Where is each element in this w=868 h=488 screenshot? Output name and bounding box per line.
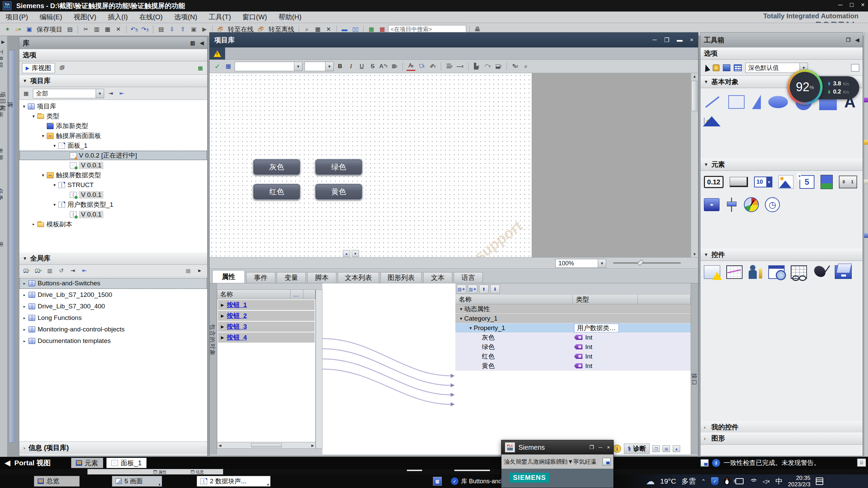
add-category-icon[interactable]: ▥✶ — [468, 285, 477, 293]
maximize-icon[interactable]: □ — [850, 1, 854, 8]
tab-texts[interactable]: 文本 — [423, 272, 452, 283]
volume-muted-icon[interactable]: ◁× — [763, 478, 770, 485]
export-icon[interactable]: ⇥ — [107, 89, 115, 98]
font-size-up-icon[interactable]: A⁺± — [379, 62, 388, 71]
print-icon[interactable]: ▤ — [65, 25, 75, 34]
global-library-item[interactable]: ▸Documentation templates — [19, 335, 207, 347]
panel1-editor-button[interactable]: 面板_1 — [106, 458, 146, 468]
graphic-view-tool-icon[interactable] — [704, 118, 705, 124]
taskbar-datablocks-button[interactable]: 2 数据块声... ▲ — [197, 476, 271, 487]
library-collapsed-tab[interactable]: 库 — [6, 102, 14, 108]
tree-item-selected[interactable]: V 0.0.2 [正在进行中] — [19, 150, 207, 160]
float-pane-icon[interactable]: ❐ — [652, 445, 660, 452]
editor-minimize-icon[interactable]: ─ — [653, 37, 657, 44]
line-style-icon[interactable]: ☰± — [445, 62, 454, 71]
tree-item-add-new-type[interactable]: 添加新类型 — [19, 121, 207, 131]
stamp-tool-icon[interactable] — [713, 64, 719, 71]
save-project-icon[interactable]: ▣ — [24, 25, 34, 34]
clock[interactable]: 20:35 2023/2/3 — [788, 475, 810, 488]
editor-float-icon[interactable]: ❐ — [664, 37, 669, 44]
editor-maximize-icon[interactable]: ▬ — [677, 37, 683, 44]
align-icon[interactable]: ≣± — [390, 62, 399, 71]
delete-icon[interactable]: ✕ — [114, 25, 123, 34]
discard-changes-icon[interactable]: ↺ — [57, 267, 65, 274]
gauge-tool-icon[interactable] — [744, 197, 759, 212]
edge-tab-layout[interactable]: 布局 — [0, 148, 4, 161]
filter-icon[interactable]: ▦ — [22, 89, 30, 98]
line-weight-icon[interactable]: —± — [456, 62, 465, 71]
import-library-icon[interactable]: ⇤ — [80, 267, 88, 274]
upload-icon[interactable]: ⇧ — [178, 25, 188, 34]
open-global-library-icon[interactable]: 🕮➜ — [34, 267, 42, 274]
edge-tab-tasks[interactable]: 任务 — [0, 188, 4, 201]
interface-tab[interactable]: 接口 — [690, 373, 698, 386]
filter-combo[interactable]: 全部 ▼ — [33, 89, 104, 98]
options-tool-icon[interactable] — [723, 64, 730, 71]
global-library-item[interactable]: ▸Drive_Lib_S7_1200_1500 — [19, 289, 207, 301]
menu-insert[interactable]: 插入(I) — [108, 13, 128, 22]
popup-restore-icon[interactable]: ❐ — [589, 444, 594, 450]
polyline-tool-icon[interactable] — [728, 95, 745, 109]
underline-icon[interactable]: U — [357, 62, 366, 71]
canvas-grid[interactable]: 灰色 绿色 红色 黄色 support — [210, 73, 532, 257]
tray-temperature[interactable]: 19°C — [660, 477, 676, 485]
trend-view-tool-icon[interactable] — [726, 265, 743, 279]
system-diagnostics-tool-icon[interactable] — [813, 265, 829, 279]
prop-row-red[interactable]: 红色Int — [455, 352, 691, 361]
tree-item[interactable]: ▼类型 — [19, 111, 207, 121]
prop-name-header[interactable]: 名称 — [455, 295, 573, 304]
tree-item[interactable]: ▸模板副本 — [19, 219, 207, 229]
align-objects-icon[interactable]: ⬓± — [494, 62, 503, 71]
tree-item[interactable]: ▼用户数据类型_1 — [19, 200, 207, 209]
redo-icon[interactable]: ↷± — [140, 25, 150, 34]
editor-canvas[interactable]: 灰色 绿色 红色 黄色 support ▲▼ — [210, 73, 698, 257]
font-family-combo[interactable]: ▼ — [235, 62, 302, 71]
object-row[interactable]: ▶按钮_4 — [218, 332, 315, 343]
tree-item[interactable]: ▼STRUCT — [19, 180, 207, 190]
tree-item[interactable]: ▼面板_1 — [19, 141, 207, 150]
weather-cloud-icon[interactable]: ☁ — [646, 476, 655, 487]
power-icon[interactable] — [735, 478, 744, 484]
menu-edit[interactable]: 编辑(E) — [40, 13, 62, 22]
menu-view[interactable]: 视图(V) — [74, 13, 96, 22]
slider-tool-icon[interactable] — [726, 198, 738, 212]
undo-icon[interactable]: ↶± — [130, 25, 139, 34]
tray-weather[interactable]: 多雲 — [682, 476, 696, 486]
hmi-button-yellow[interactable]: 黄色 — [315, 184, 362, 200]
pane-down-icon[interactable]: ▼ — [352, 250, 359, 257]
arrange-icon[interactable]: ▙± — [472, 62, 481, 71]
io-field-tool-icon[interactable]: 0.12 — [704, 176, 724, 188]
symbolic-io-tool-icon[interactable]: 10▼ — [754, 177, 772, 187]
save-library-icon[interactable]: ▥ — [46, 267, 54, 274]
my-controls-header[interactable]: ›我的控件 — [701, 421, 863, 433]
filter-library-icon[interactable]: ▦ — [184, 267, 192, 274]
tab-events[interactable]: 事件 — [246, 272, 275, 283]
diagnostics-button[interactable]: ⚕诊断 — [624, 444, 650, 454]
prop-type-header[interactable]: 类型 — [573, 295, 638, 304]
tab-order-icon[interactable]: ✎± — [511, 62, 519, 71]
import-icon[interactable]: ⇤ — [118, 89, 126, 98]
prop-row-gray[interactable]: 灰色Int — [455, 333, 691, 342]
scrollbar-thumb[interactable] — [691, 81, 697, 111]
hidden-icons-icon[interactable]: ⌃ — [701, 478, 706, 485]
global-library-item[interactable]: ▸Drive_Lib_S7_300_400 — [19, 301, 207, 312]
html-browser-tool-icon[interactable] — [768, 265, 785, 279]
warning-tab[interactable] — [210, 47, 225, 60]
popup-minimize-icon[interactable]: ─ — [599, 444, 603, 450]
switch-tool-icon[interactable]: 01 — [839, 176, 857, 188]
save-project-button[interactable]: 保存项目 — [37, 25, 62, 34]
global-library-section-header[interactable]: ▼ 全局库 — [19, 252, 207, 265]
tia-taskbar-icon[interactable]: ▦ — [433, 477, 442, 486]
portal-view-button[interactable]: ◀ Portal 视图 — [5, 458, 51, 468]
hmi-button-gray[interactable]: 灰色 — [253, 159, 300, 175]
datetime-tool-icon[interactable]: 5 — [800, 175, 814, 189]
open-project-icon[interactable]: ▱➜ — [14, 25, 23, 34]
monitor-icon[interactable]: ⌸ — [857, 459, 866, 467]
symbol-library-tool-icon[interactable]: ⚭ — [704, 198, 719, 211]
move-down-icon[interactable]: ⬇ — [490, 285, 500, 293]
update-library-icon[interactable]: ▦ — [196, 64, 204, 72]
taskbar-overview-button[interactable]: 总览 — [34, 476, 80, 487]
zoom-slider-knob[interactable] — [637, 260, 644, 266]
hmi-button-red[interactable]: 红色 — [253, 184, 300, 200]
graphic-io-tool-icon[interactable] — [778, 175, 793, 189]
